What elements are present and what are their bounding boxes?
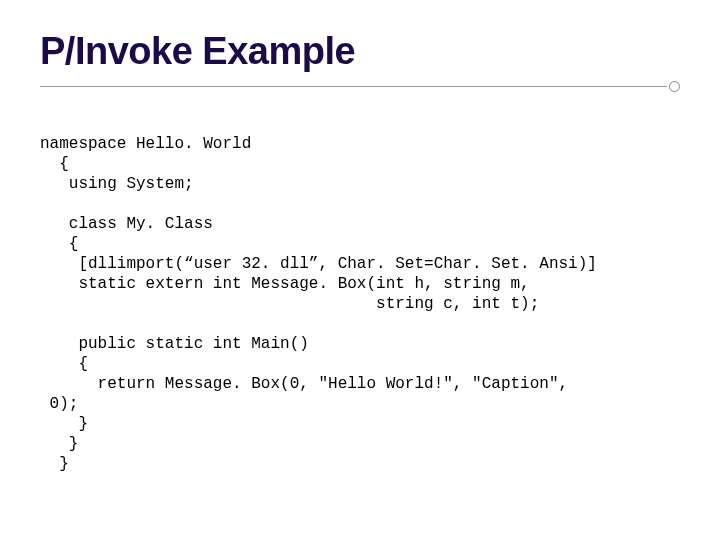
code-line: } — [40, 415, 88, 433]
code-line: class My. Class — [40, 215, 213, 233]
code-line: [dllimport(“user 32. dll”, Char. Set=Cha… — [40, 255, 597, 273]
slide: P/Invoke Example namespace Hello. World … — [0, 0, 720, 540]
code-line: } — [40, 435, 78, 453]
page-title: P/Invoke Example — [40, 30, 680, 73]
code-line: 0); — [40, 395, 78, 413]
code-line: { — [40, 235, 78, 253]
title-rule — [40, 81, 680, 92]
code-line: using System; — [40, 175, 194, 193]
code-line: { — [40, 355, 88, 373]
rule-line — [40, 86, 667, 87]
code-line: { — [40, 155, 69, 173]
code-line: namespace Hello. World — [40, 135, 251, 153]
code-block: namespace Hello. World { using System; c… — [40, 114, 680, 494]
code-line: return Message. Box(0, "Hello World!", "… — [40, 375, 568, 393]
code-line: string c, int t); — [40, 295, 539, 313]
rule-dot-icon — [669, 81, 680, 92]
code-line: public static int Main() — [40, 335, 309, 353]
code-line: } — [40, 455, 69, 473]
code-line: static extern int Message. Box(int h, st… — [40, 275, 530, 293]
